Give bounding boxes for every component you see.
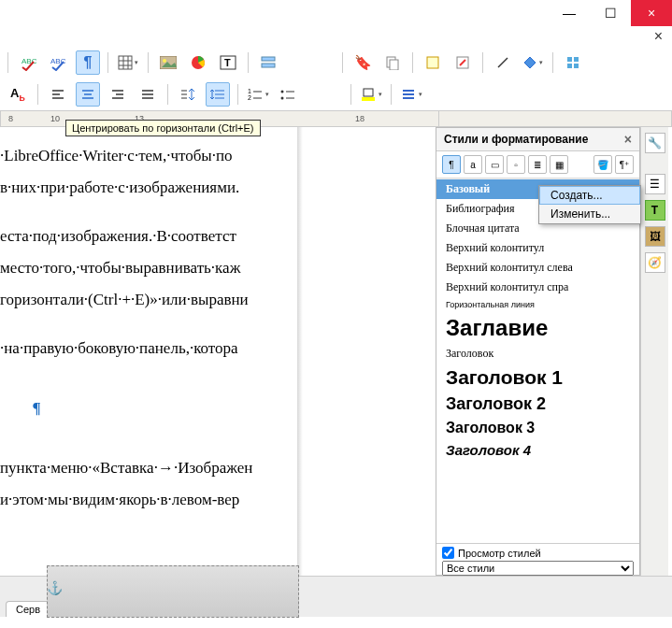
bookmark-button[interactable]: 🔖 [350,50,375,75]
separator [248,52,249,73]
properties-icon: ☰ [650,178,660,191]
bulletlist-icon [279,87,296,102]
grid-icon [565,55,580,70]
sidebar-styles-button[interactable]: T [645,200,665,221]
insert-chart-button[interactable] [186,50,210,75]
align-justify-button[interactable] [136,82,160,107]
note-icon [425,55,440,70]
table-styles-tab[interactable]: ▦ [550,155,568,174]
svg-rect-16 [427,57,438,68]
text-line: ·LibreOffice·Writer·с·тем,·чтобы·по [0,140,297,172]
window-maximize-button[interactable]: ☐ [590,0,631,26]
window-minimize-button[interactable]: — [549,0,590,26]
insert-table-button[interactable]: ▾ [116,50,140,75]
svg-text:ABC: ABC [50,57,66,65]
textbox-icon: T [220,55,236,70]
svg-point-8 [163,59,166,63]
style-item[interactable]: Заголовок 2 [436,392,639,417]
text-line [0,204,297,221]
styles-list[interactable]: Базовый Библиография Блочная цитата Верх… [436,178,639,543]
numbered-list-button[interactable]: 12▾ [246,82,270,107]
align-left-icon [50,87,65,102]
separator [342,52,343,73]
styles-category-tabs: ¶ a ▭ ▫ ≣ ▦ 🪣 ¶⁺ [436,151,639,178]
styles-panel-header: Стили и форматирование × [436,128,639,151]
align-left-button[interactable] [46,82,70,107]
align-right-icon [110,87,125,102]
page-gap [297,127,436,576]
style-item[interactable]: Заголовок 1 [436,364,639,392]
svg-rect-49 [362,97,375,101]
style-item[interactable]: Заголовок 4 [436,439,639,461]
frame-styles-tab[interactable]: ▭ [485,155,504,174]
style-item[interactable]: Заголовок 3 [436,417,639,439]
horizontal-ruler-right[interactable]: 18 [299,110,439,127]
spellcheck-button[interactable]: ABC [46,50,70,75]
insert-comment-button[interactable] [421,50,445,75]
style-item[interactable]: Заголовок [436,344,639,364]
sidebar-gallery-button[interactable]: 🖼 [645,226,665,247]
sidebar-navigator-button[interactable]: 🧭 [645,252,665,273]
svg-rect-20 [574,57,579,62]
formatting-marks-button[interactable]: ¶ [76,50,100,75]
bottom-tab[interactable]: Серв [6,601,50,617]
preview-styles-checkbox[interactable]: Просмотр стилей [442,547,634,559]
svg-text:T: T [224,57,231,68]
paragraph-styles-tab[interactable]: ¶ [442,155,461,174]
align-right-button[interactable] [106,82,130,107]
text-line [0,316,297,333]
window-titlebar: — ☐ × [0,0,672,26]
paragraph-button[interactable]: ▾ [399,82,423,107]
separator [482,52,483,73]
image-icon [160,56,177,69]
right-sidebar: 🔧 ☰ T 🖼 🧭 [640,127,668,576]
insert-line-button[interactable] [491,50,515,75]
document-page[interactable]: ·LibreOffice·Writer·с·тем,·чтобы·по в·ни… [0,127,297,576]
style-item[interactable]: Верхний колонтитул [436,238,639,258]
autospellcheck-button[interactable]: ABC [16,50,40,75]
style-item[interactable]: Верхний колонтитул спра [436,278,639,297]
text-line [0,364,297,392]
context-menu-edit[interactable]: Изменить... [539,205,640,223]
style-item[interactable]: Горизонтальная линия [436,297,639,312]
svg-rect-50 [364,89,373,96]
styles-panel-close-button[interactable]: × [624,132,632,147]
styles-filter-select[interactable]: Все стили [442,561,634,576]
basic-shapes-button[interactable]: ▾ [521,50,545,75]
highlight-color-button[interactable]: ▾ [359,82,383,107]
style-item[interactable]: Верхний колонтитул слева [436,258,639,278]
separator [167,84,168,105]
track-changes-button[interactable] [450,50,475,75]
window-close-button[interactable]: × [631,0,672,26]
text-line: еста·под·изображения.·В·соответст [0,221,297,252]
linespacing-icon [209,87,226,102]
document-close-button[interactable]: × [0,26,672,47]
separator [552,52,553,73]
insert-textbox-button[interactable]: T [216,50,240,75]
text-line: ·на·правую·боковую·панель,·котора [0,333,297,364]
fill-format-mode-button[interactable]: 🪣 [593,155,612,174]
sidebar-settings-button[interactable]: 🔧 [645,133,665,153]
line-spacing-button[interactable] [206,82,230,107]
page-styles-tab[interactable]: ▫ [507,155,525,174]
embedded-image-placeholder[interactable] [47,565,299,618]
new-style-button[interactable]: ¶⁺ [615,155,634,174]
styles-panel-title: Стили и форматирование [444,133,588,146]
tooltip: Центрировать по горизонтали (Ctrl+E) [65,120,261,136]
align-center-button[interactable] [76,82,100,107]
text-line [0,424,297,452]
list-styles-tab[interactable]: ≣ [528,155,547,174]
align-justify-icon [140,87,155,102]
context-menu-create[interactable]: Создать... [539,186,640,205]
clone-formatting-button[interactable] [380,50,405,75]
bullet-list-button[interactable] [276,82,300,107]
vertical-align-button[interactable] [176,82,200,107]
style-item[interactable]: Заглавие [436,312,639,344]
character-button[interactable]: Аь [6,82,30,107]
insert-section-button[interactable] [256,50,280,75]
sidebar-properties-button[interactable]: ☰ [645,174,665,194]
anchor-icon[interactable]: ⚓ [47,580,62,595]
insert-image-button[interactable] [156,50,180,75]
character-styles-tab[interactable]: a [464,155,482,174]
show-grid-button[interactable] [561,50,585,75]
